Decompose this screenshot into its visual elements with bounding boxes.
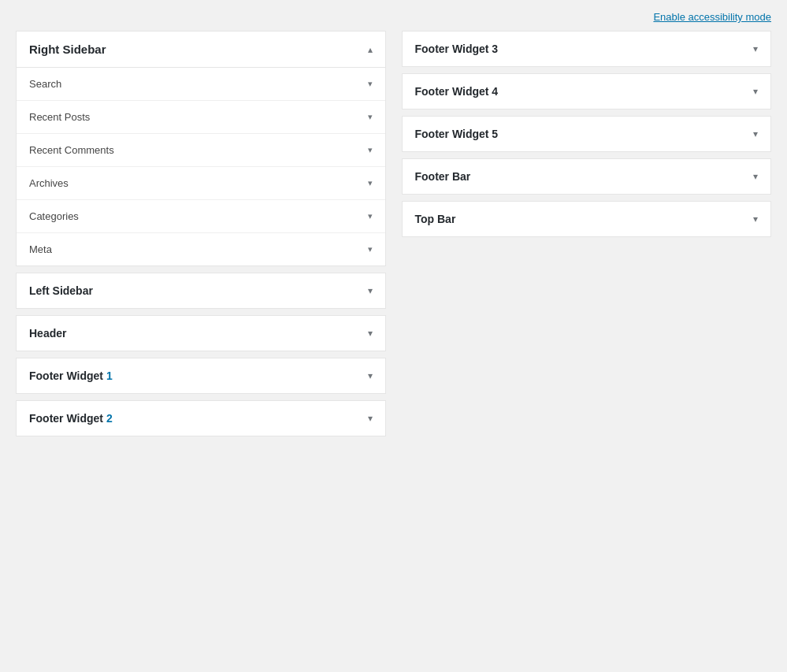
header-area-header[interactable]: Header ▾	[17, 316, 385, 351]
footer-widget-2-number: 2	[106, 412, 113, 425]
widget-item-recent-posts[interactable]: Recent Posts ▾	[17, 101, 385, 134]
widget-item-archives-label: Archives	[29, 177, 69, 189]
footer-widget-5-area: Footer Widget 5 ▾	[402, 116, 772, 152]
footer-widget-2-title: Footer Widget 2	[29, 412, 113, 425]
widget-item-categories[interactable]: Categories ▾	[17, 200, 385, 233]
main-layout: Right Sidebar ▴ Search ▾ Recent Posts ▾ …	[16, 31, 771, 443]
widget-item-recent-posts-chevron-icon: ▾	[368, 112, 373, 122]
top-bar: Enable accessibility mode	[16, 8, 771, 31]
left-column: Right Sidebar ▴ Search ▾ Recent Posts ▾ …	[16, 31, 386, 443]
widget-item-recent-comments[interactable]: Recent Comments ▾	[17, 134, 385, 167]
footer-widget-4-chevron-icon: ▾	[753, 87, 758, 96]
footer-widget-4-title: Footer Widget 4	[415, 85, 499, 98]
widget-item-recent-comments-chevron-icon: ▾	[368, 145, 373, 155]
widget-item-archives-chevron-icon: ▾	[368, 178, 373, 188]
footer-widget-5-chevron-icon: ▾	[753, 129, 758, 139]
widget-item-search[interactable]: Search ▾	[17, 68, 385, 101]
left-sidebar-header[interactable]: Left Sidebar ▾	[17, 273, 385, 308]
widget-item-recent-comments-label: Recent Comments	[29, 144, 114, 156]
top-bar-title: Top Bar	[415, 213, 456, 225]
footer-bar-area: Footer Bar ▾	[402, 158, 772, 195]
widget-item-meta-chevron-icon: ▾	[368, 244, 373, 254]
widget-items-list: Search ▾ Recent Posts ▾ Recent Comments …	[17, 68, 385, 265]
widget-item-meta[interactable]: Meta ▾	[17, 233, 385, 265]
widget-item-meta-label: Meta	[29, 243, 52, 255]
footer-widget-1-number: 1	[106, 369, 113, 382]
footer-widget-5-title: Footer Widget 5	[415, 128, 499, 140]
footer-widget-5-header[interactable]: Footer Widget 5 ▾	[403, 117, 771, 151]
right-sidebar-header[interactable]: Right Sidebar ▴	[17, 32, 385, 68]
widget-item-categories-label: Categories	[29, 210, 79, 222]
top-bar-chevron-icon: ▾	[753, 214, 758, 224]
accessibility-mode-link[interactable]: Enable accessibility mode	[653, 11, 771, 23]
widget-item-archives[interactable]: Archives ▾	[17, 167, 385, 200]
footer-widget-4-area: Footer Widget 4 ▾	[402, 73, 772, 110]
footer-widget-1-chevron-icon: ▾	[368, 371, 373, 381]
header-area: Header ▾	[16, 315, 386, 351]
footer-widget-2-area: Footer Widget 2 ▾	[16, 400, 386, 436]
footer-widget-3-chevron-icon: ▾	[753, 44, 758, 54]
footer-widget-4-header[interactable]: Footer Widget 4 ▾	[403, 74, 771, 109]
left-sidebar-chevron-icon: ▾	[368, 286, 373, 295]
widget-item-search-chevron-icon: ▾	[368, 79, 373, 89]
widget-item-search-label: Search	[29, 78, 61, 90]
top-bar-area: Top Bar ▾	[402, 201, 772, 237]
footer-widget-2-chevron-icon: ▾	[368, 414, 373, 423]
footer-widget-1-header[interactable]: Footer Widget 1 ▾	[17, 358, 385, 393]
left-sidebar-area: Left Sidebar ▾	[16, 273, 386, 309]
footer-widget-3-area: Footer Widget 3 ▾	[402, 31, 772, 67]
footer-bar-header[interactable]: Footer Bar ▾	[403, 159, 771, 194]
footer-widget-3-title: Footer Widget 3	[415, 43, 499, 55]
right-sidebar-area: Right Sidebar ▴ Search ▾ Recent Posts ▾ …	[16, 31, 386, 266]
footer-widget-1-title: Footer Widget 1	[29, 369, 113, 382]
footer-widget-2-header[interactable]: Footer Widget 2 ▾	[17, 401, 385, 436]
widget-item-recent-posts-label: Recent Posts	[29, 111, 90, 123]
right-sidebar-title: Right Sidebar	[29, 43, 106, 56]
footer-bar-chevron-icon: ▾	[753, 172, 758, 181]
right-column: Footer Widget 3 ▾ Footer Widget 4 ▾ Foot…	[402, 31, 772, 243]
footer-widget-3-header[interactable]: Footer Widget 3 ▾	[403, 32, 771, 66]
footer-bar-title: Footer Bar	[415, 170, 471, 183]
header-area-title: Header	[29, 327, 66, 340]
header-area-chevron-icon: ▾	[368, 329, 373, 338]
top-bar-header[interactable]: Top Bar ▾	[403, 202, 771, 236]
footer-widget-1-area: Footer Widget 1 ▾	[16, 358, 386, 394]
right-sidebar-chevron-icon: ▴	[368, 44, 373, 55]
widget-item-categories-chevron-icon: ▾	[368, 211, 373, 221]
left-sidebar-title: Left Sidebar	[29, 284, 93, 297]
